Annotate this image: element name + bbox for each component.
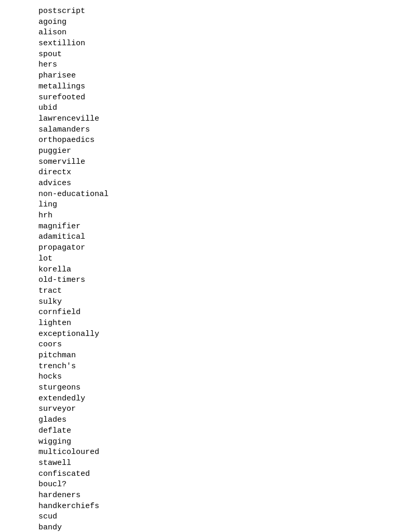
list-item: advices	[38, 178, 411, 189]
list-item: sturgeons	[38, 383, 411, 394]
list-item: alison	[38, 28, 411, 38]
list-item: lawrenceville	[38, 114, 411, 125]
list-item: exceptionally	[38, 329, 411, 340]
list-item: magnifier	[38, 222, 411, 232]
list-item: coors	[38, 340, 411, 351]
word-list: postscriptagoingalisonsextillionspouther…	[38, 6, 411, 532]
list-item: wigging	[38, 437, 411, 448]
list-item: agoing	[38, 17, 411, 28]
list-item: metallings	[38, 82, 411, 93]
list-item: spout	[38, 49, 411, 60]
list-item: hardeners	[38, 490, 411, 501]
list-item: old-timers	[38, 275, 411, 286]
list-item: non-educational	[38, 189, 411, 200]
list-item: deflate	[38, 426, 411, 437]
list-item: sextillion	[38, 38, 411, 49]
list-item: ling	[38, 200, 411, 211]
list-item: directx	[38, 167, 411, 178]
list-item: sulky	[38, 297, 411, 308]
list-item: postscript	[38, 6, 411, 17]
list-item: somerville	[38, 157, 411, 168]
list-item: orthopaedics	[38, 135, 411, 146]
list-item: salamanders	[38, 125, 411, 136]
list-item: propagator	[38, 243, 411, 254]
list-item: glades	[38, 415, 411, 426]
list-item: confiscated	[38, 469, 411, 480]
list-item: trench's	[38, 361, 411, 372]
list-item: surefooted	[38, 93, 411, 103]
list-item: hrh	[38, 211, 411, 222]
list-item: ubid	[38, 103, 411, 114]
list-item: lighten	[38, 318, 411, 329]
list-item: scud	[38, 512, 411, 523]
list-item: multicoloured	[38, 447, 411, 458]
list-item: boucl?	[38, 479, 411, 490]
list-item: puggier	[38, 146, 411, 157]
list-item: cornfield	[38, 307, 411, 318]
list-item: adamitical	[38, 232, 411, 243]
list-item: bandy	[38, 523, 411, 532]
list-item: tract	[38, 286, 411, 297]
list-item: hocks	[38, 372, 411, 383]
list-item: pitchman	[38, 351, 411, 361]
list-item: pharisee	[38, 71, 411, 82]
list-item: hers	[38, 60, 411, 71]
list-item: korella	[38, 265, 411, 276]
list-item: stawell	[38, 458, 411, 469]
list-item: surveyor	[38, 404, 411, 415]
list-item: handkerchiefs	[38, 501, 411, 512]
list-item: lot	[38, 254, 411, 265]
list-item: extendedly	[38, 394, 411, 405]
